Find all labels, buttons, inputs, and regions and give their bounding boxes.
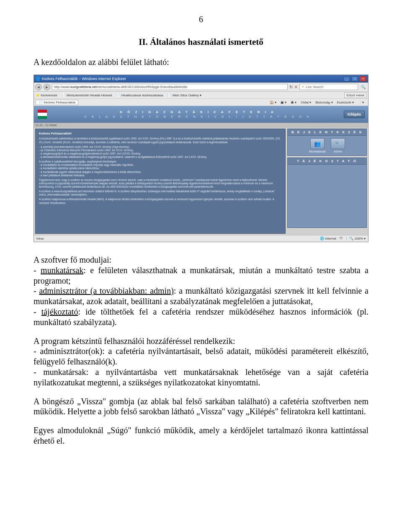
welcome-panel: Kedves Felhasználók! A köztisztviselői c…	[35, 129, 286, 234]
addr-path: /demo/cafeteria.dll/EXEC/0/0o0oz5f10pg6-…	[97, 85, 188, 89]
welcome-p5: A szoftver tulajdonosa a Miniszterelnöki…	[39, 198, 282, 204]
fav-link-2[interactable]: 📄 Web Slice Gallery ▾	[167, 93, 201, 97]
modules-paragraph: A szoftver fő moduljai: - munkatársak: e…	[34, 255, 368, 328]
screenshot-container: 🌐 Kedves Felhasználók – Windows Internet…	[34, 75, 368, 242]
print-icon[interactable]: 🖶 ▾	[291, 101, 296, 104]
login-panel: B E J E L E N T K E Z É S 👥 Munkatársak …	[287, 129, 367, 156]
minimize-icon[interactable]: _	[343, 76, 350, 81]
welcome-p0: A köztisztviselői cafetériához a keretek…	[39, 137, 282, 144]
search-placeholder: Live Search	[306, 85, 323, 89]
tab-active[interactable]: 📄 Kedves Felhasználók	[36, 100, 78, 105]
ie-icon: 🌐	[36, 77, 40, 81]
app-header: K Ö Z I G A Z G A T Á S I C A F E T E R …	[34, 106, 368, 123]
fav-link-0[interactable]: 📄 Miniszterelnöki Hivatal intranet	[62, 93, 112, 97]
favorites-bar: ⭐ Kedvencek 📄 Miniszterelnöki Hivatal in…	[34, 92, 368, 99]
forward-button[interactable]: ►	[44, 84, 50, 90]
page-number: 6	[34, 15, 368, 24]
login-employees[interactable]: 👥 Munkatársak	[309, 138, 326, 153]
section-title: II. Általános használati ismertető	[34, 37, 368, 47]
refresh-icon[interactable]: ↻	[289, 85, 293, 89]
maximize-icon[interactable]: □	[351, 76, 358, 81]
search-provider-icon: ✦	[302, 85, 304, 89]
app-body: Kedves Felhasználók! A köztisztviselői c…	[34, 127, 368, 235]
app-title: K Ö Z I G A Z G A T Á S I C A F E T E R …	[52, 110, 344, 114]
safety-menu[interactable]: Biztonság ▾	[315, 101, 332, 104]
coat-of-arms-icon	[37, 109, 47, 119]
welcome-p4: A szoftver a www.kozigcafeteria.net inte…	[39, 190, 282, 196]
page-menu[interactable]: Oldal ▾	[301, 101, 311, 104]
home-icon[interactable]: 🏠 ▾	[270, 101, 276, 104]
document-body: A szoftver fő moduljai: - munkatársak: e…	[34, 255, 368, 446]
status-bar: Kész 🌐 Internet 🛡 🔍 100% ▾	[34, 235, 368, 242]
login-header: B E J E L E N T K E Z É S	[288, 129, 366, 136]
search-go-icon[interactable]: 🔍	[360, 85, 367, 89]
navigation-bar: ◄ ► http://www. kozigcafeteria.net /demo…	[34, 83, 368, 92]
addr-domain: kozigcafeteria.net	[70, 85, 97, 89]
login-admin[interactable]: 🔧 Admin	[331, 138, 345, 153]
window-title: Kedves Felhasználók – Windows Internet E…	[42, 77, 126, 81]
ie-title-bar: 🌐 Kedves Felhasználók – Windows Internet…	[34, 75, 368, 83]
app-titles: K Ö Z I G A Z G A T Á S I C A F E T E R …	[52, 110, 344, 119]
info-panel: T Á J É K O Z T A T Ó	[287, 158, 367, 228]
close-icon[interactable]: ×	[360, 76, 366, 81]
address-bar[interactable]: http://www. kozigcafeteria.net /demo/caf…	[52, 84, 288, 90]
search-input[interactable]: ✦ Live Search	[299, 84, 358, 90]
intro-line: A kezdőoldalon az alábbi felület látható…	[34, 57, 368, 67]
back-button[interactable]: ◄	[35, 84, 42, 90]
right-column: B E J E L E N T K E Z É S 👥 Munkatársak …	[287, 129, 367, 234]
feeds-icon[interactable]: ▣ ▾	[281, 101, 286, 104]
addr-prefix: http://www.	[54, 85, 70, 89]
version-bar: v1.21 - Cl: None	[34, 123, 368, 127]
back-button-paragraph: A böngésző „Vissza" gombja (az ablak bal…	[34, 396, 368, 417]
welcome-p3: Figyelemmel arra, hogy a szoftver az öss…	[39, 178, 282, 189]
info-header: T Á J É K O Z T A T Ó	[288, 158, 366, 165]
stop-icon[interactable]: ✕	[294, 85, 298, 89]
mod2-underline: adminisztrátor (a továbbiakban: admin)	[39, 286, 173, 295]
window-controls[interactable]: _ □ ×	[343, 76, 366, 81]
mod1-underline: munkatársak	[41, 266, 83, 275]
fav-link-1[interactable]: 📄 Hivatkozások testreszabása	[116, 93, 163, 97]
sidebar-toggle[interactable]: Előző méret	[344, 93, 366, 98]
mod3-underline: tájékoztató	[41, 307, 78, 316]
app-subtitle: V Á L A S Z T H A T Ó B É R E N K Í V Ü …	[52, 114, 344, 119]
favorites-label[interactable]: ⭐ Kedvencek	[36, 93, 57, 97]
zoom-control[interactable]: 🔍 100% ▾	[346, 237, 366, 240]
logout-button[interactable]: Kilépés	[344, 111, 365, 118]
welcome-p1: - a személyi jövedelemadóról szóló 1995.…	[39, 145, 282, 159]
welcome-p2: A szoftver a nyilatkozattételt támogatja…	[39, 160, 282, 177]
login-admin-label: Admin	[334, 150, 342, 153]
login-body: 👥 Munkatársak 🔧 Admin	[288, 136, 366, 155]
help-icon[interactable]: ❔▾	[358, 101, 364, 104]
status-internet: 🌐 Internet	[320, 237, 336, 240]
login-employees-label: Munkatársak	[309, 150, 326, 153]
employees-icon: 👥	[310, 138, 325, 149]
welcome-title: Kedves Felhasználók!	[39, 132, 282, 135]
admin-icon: 🔧	[331, 138, 345, 149]
modules-title: A szoftver fő moduljai:	[34, 255, 111, 264]
access-paragraph: A program kétszintű felhasználói hozzáfé…	[34, 336, 368, 388]
status-left: Kész	[36, 237, 44, 240]
help-paragraph: Egyes almoduloknál „Súgó" funkció működi…	[34, 425, 368, 446]
tools-menu[interactable]: Eszközök ▾	[337, 101, 354, 104]
protected-mode-icon: 🛡	[340, 237, 343, 240]
tab-bar: 📄 Kedves Felhasználók 🏠 ▾ ▣ ▾ 🖶 ▾ Oldal …	[34, 99, 368, 106]
